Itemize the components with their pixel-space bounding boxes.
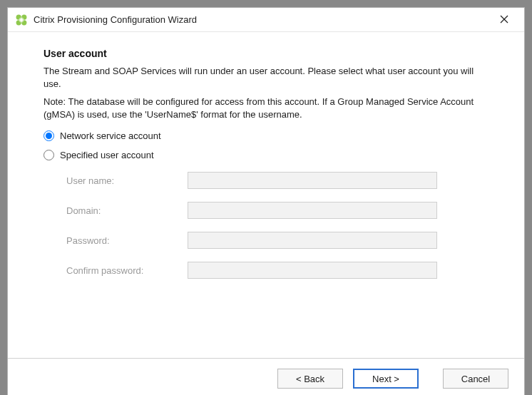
page-note: Note: The database will be configured fo… (44, 96, 486, 120)
back-button[interactable]: < Back (277, 369, 343, 389)
footer: < Back Next > Cancel (8, 359, 524, 395)
content-area: User account The Stream and SOAP Service… (8, 32, 524, 358)
username-input (188, 172, 437, 189)
password-input (188, 232, 437, 249)
window-title: Citrix Provisioning Configuration Wizard (34, 14, 490, 25)
field-row-password: Password: (66, 232, 488, 249)
password-label: Password: (66, 235, 188, 246)
field-row-username: User name: (66, 172, 488, 189)
confirm-password-label: Confirm password: (66, 265, 188, 276)
close-icon (500, 14, 508, 26)
radio-network-service[interactable]: Network service account (44, 130, 488, 141)
close-button[interactable] (490, 10, 518, 30)
titlebar: Citrix Provisioning Configuration Wizard (8, 8, 524, 32)
account-radio-group: Network service account Specified user a… (44, 130, 488, 169)
credentials-fields: User name: Domain: Password: Confirm pas… (66, 172, 488, 292)
wizard-window: Citrix Provisioning Configuration Wizard… (7, 7, 525, 395)
radio-network-input[interactable] (44, 130, 54, 141)
page-heading: User account (44, 48, 488, 59)
radio-specified-input[interactable] (44, 150, 54, 160)
page-description: The Stream and SOAP Services will run un… (44, 65, 486, 90)
field-row-domain: Domain: (66, 202, 488, 219)
username-label: User name: (66, 175, 188, 186)
confirm-password-input (188, 262, 437, 279)
field-row-confirm: Confirm password: (66, 262, 488, 279)
next-button[interactable]: Next > (353, 369, 419, 389)
svg-point-4 (19, 17, 24, 22)
radio-specified-label: Specified user account (60, 150, 154, 160)
radio-specified-user[interactable]: Specified user account (44, 150, 488, 160)
domain-input (188, 202, 437, 219)
cancel-button[interactable]: Cancel (443, 369, 508, 389)
radio-network-label: Network service account (60, 130, 161, 141)
domain-label: Domain: (66, 205, 188, 216)
citrix-icon (15, 14, 28, 26)
